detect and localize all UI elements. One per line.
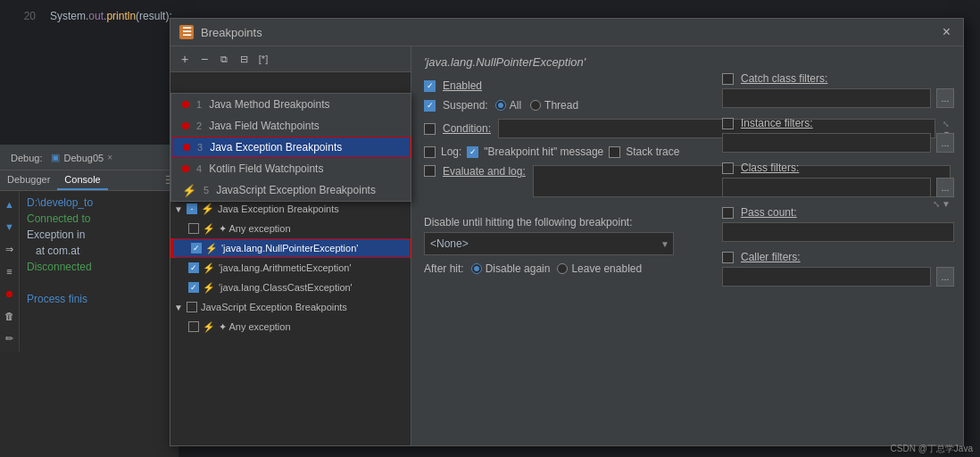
java-exception-group-label: Java Exception Breakpoints: [218, 204, 339, 214]
debug-sidebar-icons: ▲ ▼ ⇒ ≡ ⏺ 🗑 ✏: [0, 191, 20, 352]
debug-icon: ▣: [51, 152, 60, 163]
catch-filters-row: Catch class filters:: [722, 72, 954, 85]
js-exception-group-checkbox[interactable]: [187, 302, 197, 312]
log-label: Log:: [441, 145, 461, 158]
class-filter-input[interactable]: [722, 178, 931, 197]
caller-filters-section: Caller filters: ...: [722, 251, 954, 287]
bp-arithmetic[interactable]: ⚡ 'java.lang.ArithmeticException': [170, 258, 411, 278]
copy-breakpoint-button[interactable]: ⧉: [215, 50, 233, 68]
instance-filter-browse[interactable]: ...: [936, 133, 954, 153]
icon-up-arrow[interactable]: ▲: [0, 195, 20, 214]
disable-again-opt[interactable]: Disable again: [471, 262, 551, 275]
catch-u: Catch class filters:: [741, 72, 827, 85]
line-number: 20: [18, 7, 36, 25]
icon-step[interactable]: ⇒: [0, 239, 20, 259]
java-exception-group-icon: ⚡: [201, 203, 214, 215]
icon-trash[interactable]: 🗑: [0, 306, 20, 326]
bp-classcast[interactable]: ⚡ 'java.lang.ClassCastException': [170, 278, 411, 297]
radio-all[interactable]: All: [495, 99, 521, 112]
class-filters-checkbox[interactable]: [722, 162, 734, 174]
disable-until-select[interactable]: <None> ▼: [424, 232, 674, 255]
icon-brush[interactable]: ✏: [0, 328, 20, 348]
disable-again-label: Disable again: [486, 262, 551, 275]
dd-dot-2: [182, 122, 189, 129]
log-message-label: "Breakpoint hit" message: [484, 145, 603, 158]
condition-u: Condition:: [443, 122, 491, 135]
class-filters-label: Class filters:: [741, 162, 799, 174]
js-any-checkbox[interactable]: [188, 321, 199, 332]
bp-null-pointer[interactable]: ⚡ 'java.lang.NullPointerException': [170, 238, 411, 258]
dd-dot-4: [182, 165, 189, 172]
settings-breakpoint-button[interactable]: [*]: [254, 50, 272, 68]
evaluate-checkbox[interactable]: [424, 165, 436, 177]
bp-any-exception[interactable]: ⚡ ✦ Any exception: [170, 219, 411, 238]
disable-again-circle: [471, 263, 482, 274]
suspend-label: Suspend:: [443, 99, 488, 112]
dd-num-1: 1: [196, 99, 202, 110]
condition-checkbox[interactable]: [424, 123, 436, 135]
dd-java-field[interactable]: 2 Java Field Watchpoints: [171, 115, 411, 137]
stack-trace-checkbox[interactable]: [609, 146, 620, 158]
tab-console[interactable]: Console: [57, 170, 107, 190]
icon-down-arrow[interactable]: ▼: [0, 217, 20, 237]
debug-session-close[interactable]: ×: [107, 153, 112, 162]
pass-count-input[interactable]: [722, 222, 954, 242]
caller-filters-label: Caller filters:: [741, 251, 801, 263]
icon-list[interactable]: ≡: [0, 262, 20, 281]
debug-session-name[interactable]: Debug05: [63, 153, 104, 163]
java-exception-group-checkbox[interactable]: -: [187, 204, 197, 214]
log-checkbox[interactable]: [424, 146, 436, 158]
pass-count-checkbox[interactable]: [722, 207, 734, 219]
any-exception-checkbox[interactable]: [188, 223, 199, 234]
suspend-radio-group: All Thread: [495, 99, 578, 112]
enabled-checkbox[interactable]: [424, 80, 436, 92]
arithmetic-icon: ⚡: [203, 262, 215, 274]
dd-dot-3: [183, 144, 190, 151]
dd-java-method[interactable]: 1 Java Method Breakpoints: [171, 94, 411, 115]
move-breakpoint-button[interactable]: ⊟: [235, 50, 253, 68]
dd-label-3: Java Exception Breakpoints: [210, 141, 342, 154]
bp-js-any[interactable]: ⚡ ✦ Any exception: [170, 317, 411, 337]
arithmetic-checkbox[interactable]: [188, 262, 199, 273]
icon-record[interactable]: ⏺: [0, 284, 20, 303]
add-breakpoint-button[interactable]: +: [176, 50, 194, 68]
right-panel-title: 'java.lang.NullPointerException': [424, 55, 951, 69]
arithmetic-label: 'java.lang.ArithmeticException': [219, 262, 352, 273]
caller-filters-checkbox[interactable]: [722, 252, 734, 263]
dialog-close-button[interactable]: ×: [939, 24, 954, 40]
pass-count-input-row: [722, 222, 954, 242]
classcast-icon: ⚡: [203, 282, 215, 294]
instance-filters-checkbox[interactable]: [722, 118, 734, 129]
dd-java-exception[interactable]: 3 Java Exception Breakpoints: [171, 137, 411, 158]
disable-until-value: <None>: [430, 237, 469, 250]
dd-js-exception[interactable]: ⚡ 5 JavaScript Exception Breakpoints: [171, 179, 411, 201]
catch-filter-browse[interactable]: ...: [936, 88, 954, 108]
caller-filter-input[interactable]: [722, 267, 931, 287]
instance-u: Instance filters:: [741, 117, 813, 129]
radio-thread[interactable]: Thread: [530, 99, 578, 112]
console-line-6: [27, 275, 29, 291]
bp-group-js-exception[interactable]: ▼ JavaScript Exception Breakpoints: [170, 297, 411, 317]
instance-filter-input[interactable]: [722, 133, 931, 153]
catch-filter-input[interactable]: [722, 88, 931, 108]
dd-num-3: 3: [197, 142, 203, 153]
classcast-checkbox[interactable]: [188, 282, 199, 293]
suspend-checkbox[interactable]: [424, 100, 436, 112]
java-exception-group-arrow: ▼: [174, 204, 183, 214]
breakpoints-dialog: ☰ Breakpoints × + − ⧉ ⊟ [*]: [170, 18, 964, 446]
log-message-checkbox[interactable]: [467, 146, 478, 158]
remove-breakpoint-button[interactable]: −: [195, 50, 213, 68]
null-pointer-checkbox[interactable]: [191, 243, 202, 253]
leave-enabled-opt[interactable]: Leave enabled: [557, 262, 642, 275]
caller-filter-browse[interactable]: ...: [936, 267, 954, 287]
radio-all-label: All: [510, 99, 521, 112]
radio-thread-circle: [530, 100, 541, 111]
catch-filters-checkbox[interactable]: [722, 73, 734, 85]
bp-group-java-exception[interactable]: ▼ - ⚡ Java Exception Breakpoints: [170, 199, 411, 219]
tab-debugger[interactable]: Debugger: [0, 170, 57, 190]
class-filter-browse[interactable]: ...: [936, 178, 954, 197]
radio-all-circle: [495, 100, 506, 111]
debug-panel: Debug: ▣ Debug05 × Debugger Console ☰ ▲ …: [0, 145, 179, 457]
dd-kotlin-field[interactable]: 4 Kotlin Field Watchpoints: [171, 158, 411, 179]
dd-dot-1: [182, 101, 189, 108]
